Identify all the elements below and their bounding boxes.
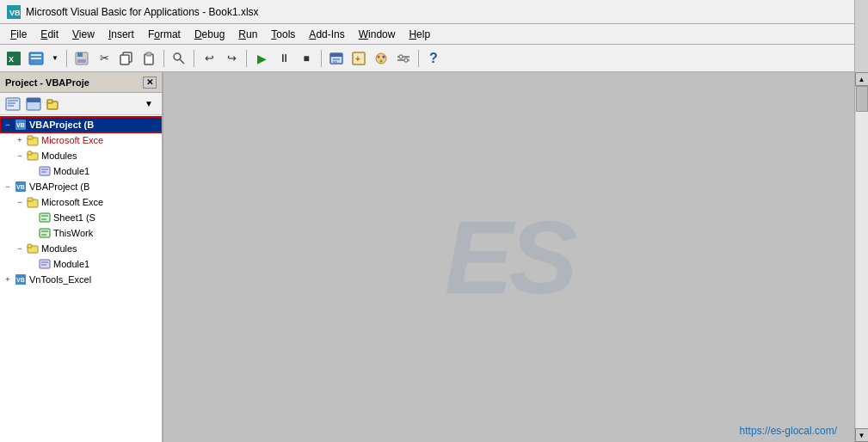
svg-rect-9 xyxy=(77,59,86,63)
tree-item-msexcel1[interactable]: + Microsoft Exce xyxy=(0,132,162,148)
expander-9[interactable]: − xyxy=(14,242,26,255)
toolbar-save-btn[interactable] xyxy=(71,48,92,69)
svg-text:X: X xyxy=(9,55,14,64)
svg-rect-56 xyxy=(41,234,46,236)
menu-window[interactable]: Window xyxy=(352,27,403,42)
menu-addins[interactable]: Add-Ins xyxy=(302,27,351,42)
panel-scroll-btn[interactable]: ▼ xyxy=(139,95,158,113)
toolbar-run-btn[interactable]: ▶ xyxy=(251,48,272,69)
toolbar-copy-btn[interactable] xyxy=(116,48,137,69)
svg-rect-52 xyxy=(41,215,48,217)
excel-icon-1 xyxy=(26,134,40,146)
toolbar-view-btn[interactable] xyxy=(26,48,46,69)
menu-view[interactable]: View xyxy=(65,27,102,42)
main-scrollbar-v[interactable]: ▲ ▼ xyxy=(854,72,868,442)
tree-label-module1a: Module1 xyxy=(53,166,89,176)
menu-insert[interactable]: Insert xyxy=(102,27,141,42)
toolbar-find-btn[interactable] xyxy=(169,48,189,69)
svg-rect-30 xyxy=(6,98,20,110)
toolbar-sep-6 xyxy=(418,50,419,67)
tree-item-modules2[interactable]: − Modules xyxy=(0,241,162,256)
toolbar-paste-btn[interactable] xyxy=(139,48,159,69)
toolbar-redo-btn[interactable]: ↪ xyxy=(221,48,242,69)
expander-1[interactable]: − xyxy=(2,119,14,131)
tree-item-vbaproject2[interactable]: − VB VBAProject (B xyxy=(0,179,162,194)
toolbar-cut-btn[interactable]: ✂ xyxy=(94,48,114,69)
svg-rect-58 xyxy=(28,244,32,248)
scrollbar-track[interactable] xyxy=(856,86,868,428)
svg-rect-8 xyxy=(77,52,83,57)
toolbar-stop-btn[interactable]: ■ xyxy=(296,48,317,69)
toolbar-palette-btn[interactable] xyxy=(371,48,391,69)
toolbar-options-btn[interactable] xyxy=(393,48,414,69)
menu-format[interactable]: Format xyxy=(141,27,188,42)
title-bar-text: Microsoft Visual Basic for Applications … xyxy=(26,6,259,18)
tree-item-module1b[interactable]: − Module1 xyxy=(0,256,162,272)
menu-debug[interactable]: Debug xyxy=(188,27,231,42)
menu-run[interactable]: Run xyxy=(231,27,264,42)
menu-bar: File Edit View Insert Format Debug Run T… xyxy=(0,24,868,45)
expander-6[interactable]: − xyxy=(14,196,26,208)
module-icon-1b xyxy=(38,258,52,270)
panel-view-form-btn[interactable] xyxy=(24,95,43,113)
tree-item-sheet1[interactable]: − Sheet1 (S xyxy=(0,210,162,225)
toolbar-pause-btn[interactable]: ⏸ xyxy=(274,48,294,69)
menu-help[interactable]: Help xyxy=(402,27,437,42)
project-tree[interactable]: − VB VBAProject (B 01 + xyxy=(0,115,162,442)
folder-icon-2 xyxy=(26,242,40,255)
svg-rect-41 xyxy=(28,136,33,139)
svg-rect-55 xyxy=(41,230,48,232)
toolbar-sep-5 xyxy=(321,50,322,67)
expander-3[interactable]: − xyxy=(14,150,26,162)
menu-tools[interactable]: Tools xyxy=(264,27,302,42)
toolbar-excel-icon[interactable]: X xyxy=(3,48,24,69)
tree-item-thiswork[interactable]: − ThisWork xyxy=(0,225,162,241)
svg-rect-13 xyxy=(146,52,151,56)
toolbar-undo-btn[interactable]: ↩ xyxy=(199,48,219,69)
scrollbar-thumb[interactable] xyxy=(856,86,868,112)
svg-rect-17 xyxy=(330,53,342,57)
toolbar-insert-btn[interactable]: + xyxy=(348,48,369,69)
expander-5[interactable]: − xyxy=(2,181,14,193)
tree-item-vntools[interactable]: + VB VnTools_Excel xyxy=(0,272,162,287)
tree-item-module1a[interactable]: − Module1 xyxy=(0,163,162,179)
svg-rect-53 xyxy=(41,218,46,220)
toolbar-sep-2 xyxy=(163,50,164,67)
title-bar: VB Microsoft Visual Basic for Applicatio… xyxy=(0,0,868,24)
svg-rect-59 xyxy=(40,260,50,268)
svg-rect-43 xyxy=(28,151,32,155)
svg-text:VB: VB xyxy=(16,277,25,283)
tree-item-msexcel2[interactable]: − Microsoft Exce xyxy=(0,194,162,210)
svg-rect-6 xyxy=(31,58,41,59)
scrollbar-up-btn[interactable]: ▲ xyxy=(855,72,869,86)
scrollbar-down-btn[interactable]: ▼ xyxy=(855,428,869,442)
toolbar-sep-3 xyxy=(194,50,194,67)
tree-item-modules1[interactable]: − Modules xyxy=(0,148,162,163)
expander-2[interactable]: + xyxy=(14,134,26,146)
panel-close-button[interactable]: ✕ xyxy=(143,77,157,89)
svg-point-14 xyxy=(174,53,181,60)
panel-view-code-btn[interactable] xyxy=(3,95,22,113)
panel-header: Project - VBAProje ✕ xyxy=(0,72,162,93)
toolbar-dropdown-arrow[interactable]: ▼ xyxy=(48,48,62,69)
panel-header-title: Project - VBAProje xyxy=(5,77,89,88)
panel-toggle-folders-btn[interactable] xyxy=(45,95,64,113)
excel-icon-2 xyxy=(26,196,40,208)
svg-point-23 xyxy=(378,55,380,58)
tree-label-sheet1: Sheet1 (S xyxy=(53,212,95,223)
menu-edit[interactable]: Edit xyxy=(34,27,65,42)
expander-11[interactable]: + xyxy=(2,273,14,285)
tree-label-vbaproject2: VBAProject (B xyxy=(29,181,89,192)
toolbar-sep-4 xyxy=(246,50,247,67)
svg-rect-35 xyxy=(27,98,40,102)
svg-rect-51 xyxy=(40,213,50,222)
menu-file[interactable]: File xyxy=(3,27,34,42)
toolbar-help-btn[interactable]: ? xyxy=(423,48,444,69)
tree-label-vbaproject1: VBAProject (B xyxy=(29,120,94,130)
svg-point-24 xyxy=(383,55,385,58)
tree-item-vbaproject1[interactable]: − VB VBAProject (B xyxy=(0,117,162,132)
toolbar: X ▼ ✂ ↩ xyxy=(0,45,868,72)
toolbar-userform-btn[interactable] xyxy=(326,48,347,69)
tree-label-msexcel1: Microsoft Exce xyxy=(41,135,103,145)
svg-text:VB: VB xyxy=(9,9,21,17)
